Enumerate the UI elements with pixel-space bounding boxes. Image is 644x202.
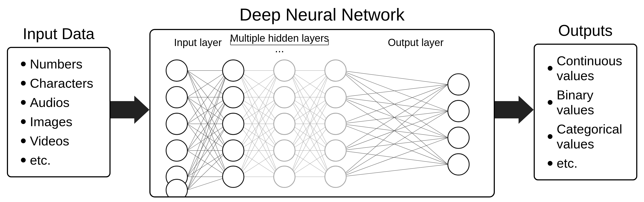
bullet-icon bbox=[548, 161, 552, 166]
svg-point-113 bbox=[166, 179, 188, 196]
svg-text:Multiple hidden layers: Multiple hidden layers bbox=[230, 32, 329, 44]
nn-title: Deep Neural Network bbox=[240, 5, 404, 25]
svg-line-36 bbox=[188, 150, 228, 190]
bullet-icon bbox=[21, 100, 26, 105]
bullet-icon bbox=[21, 62, 26, 66]
input-item-3: Images bbox=[30, 114, 72, 129]
right-arrow-svg bbox=[495, 96, 534, 124]
right-arrow bbox=[495, 78, 534, 124]
arrow-svg bbox=[110, 96, 150, 124]
bullet-icon bbox=[21, 158, 26, 162]
svg-text:···: ··· bbox=[275, 45, 284, 57]
bullet-icon bbox=[548, 100, 552, 105]
input-item-2: Audios bbox=[30, 95, 70, 110]
svg-line-102 bbox=[341, 138, 448, 150]
left-arrow bbox=[110, 78, 150, 124]
svg-line-88 bbox=[341, 70, 448, 84]
input-box: Numbers Characters Audios Images Videos … bbox=[7, 47, 110, 177]
svg-line-33 bbox=[188, 70, 228, 190]
svg-line-37 bbox=[188, 177, 228, 190]
svg-line-34 bbox=[188, 97, 228, 190]
output-title: Outputs bbox=[558, 22, 612, 39]
svg-line-103 bbox=[341, 150, 448, 164]
input-item-4: Videos bbox=[30, 133, 69, 148]
input-title: Input Data bbox=[23, 25, 94, 43]
list-item: Numbers bbox=[21, 57, 96, 72]
svg-point-109 bbox=[166, 86, 188, 108]
svg-line-100 bbox=[341, 84, 448, 150]
list-item: Categorical values bbox=[548, 122, 623, 151]
svg-point-130 bbox=[448, 100, 469, 122]
svg-point-128 bbox=[325, 166, 346, 187]
svg-point-126 bbox=[325, 113, 346, 135]
svg-text:Output layer: Output layer bbox=[388, 37, 444, 48]
main-container: Input Data Numbers Characters Audios Ima… bbox=[0, 0, 644, 202]
svg-marker-0 bbox=[110, 96, 150, 124]
input-item-0: Numbers bbox=[30, 57, 82, 72]
input-section: Input Data Numbers Characters Audios Ima… bbox=[7, 25, 110, 177]
input-item-5: etc. bbox=[30, 153, 51, 168]
list-item: Binary values bbox=[548, 88, 623, 117]
svg-point-116 bbox=[222, 113, 244, 135]
svg-point-120 bbox=[274, 86, 295, 108]
svg-point-127 bbox=[325, 140, 346, 161]
svg-point-115 bbox=[222, 86, 244, 108]
svg-line-35 bbox=[188, 124, 228, 190]
list-item: etc. bbox=[548, 156, 623, 171]
svg-text:Input layer: Input layer bbox=[174, 37, 222, 48]
nn-box: Input layer Multiple hidden layers ··· O… bbox=[150, 29, 495, 197]
svg-line-104 bbox=[341, 84, 448, 176]
svg-point-129 bbox=[448, 74, 469, 95]
nn-section: Deep Neural Network Input layer Multiple… bbox=[150, 5, 495, 197]
output-item-2: Categorical values bbox=[557, 122, 623, 151]
svg-point-108 bbox=[166, 60, 188, 81]
svg-line-96 bbox=[341, 84, 448, 124]
bullet-icon bbox=[548, 66, 552, 71]
list-item: Videos bbox=[21, 133, 96, 148]
svg-point-123 bbox=[274, 166, 295, 187]
output-section: Outputs Continuous values Binary values … bbox=[534, 22, 637, 180]
svg-line-101 bbox=[341, 111, 448, 151]
svg-point-121 bbox=[274, 113, 295, 135]
list-item: etc. bbox=[21, 153, 96, 168]
svg-point-114 bbox=[222, 60, 244, 81]
svg-point-125 bbox=[325, 86, 346, 108]
svg-point-111 bbox=[166, 140, 188, 161]
list-item: Images bbox=[21, 114, 96, 129]
input-item-1: Characters bbox=[30, 76, 93, 91]
list-item: Continuous values bbox=[548, 53, 623, 83]
output-box: Continuous values Binary values Categori… bbox=[534, 44, 637, 180]
svg-point-110 bbox=[166, 113, 188, 135]
svg-point-122 bbox=[274, 140, 295, 161]
output-item-0: Continuous values bbox=[557, 53, 623, 83]
svg-point-119 bbox=[274, 60, 295, 81]
bullet-icon bbox=[21, 81, 26, 86]
svg-line-107 bbox=[341, 164, 448, 176]
list-item: Characters bbox=[21, 76, 96, 91]
svg-line-92 bbox=[341, 84, 448, 97]
svg-point-118 bbox=[222, 166, 244, 187]
bullet-icon bbox=[21, 119, 26, 124]
nn-diagram: Input layer Multiple hidden layers ··· O… bbox=[150, 30, 494, 196]
output-item-1: Binary values bbox=[557, 88, 623, 117]
svg-point-131 bbox=[448, 127, 469, 148]
output-item-3: etc. bbox=[557, 156, 578, 171]
bullet-icon bbox=[548, 134, 552, 139]
svg-point-132 bbox=[448, 154, 469, 175]
svg-line-106 bbox=[341, 138, 448, 177]
bullet-icon bbox=[21, 138, 26, 143]
svg-line-105 bbox=[341, 111, 448, 177]
list-item: Audios bbox=[21, 95, 96, 110]
svg-point-124 bbox=[325, 60, 346, 81]
svg-point-117 bbox=[222, 140, 244, 161]
svg-marker-133 bbox=[495, 96, 534, 124]
